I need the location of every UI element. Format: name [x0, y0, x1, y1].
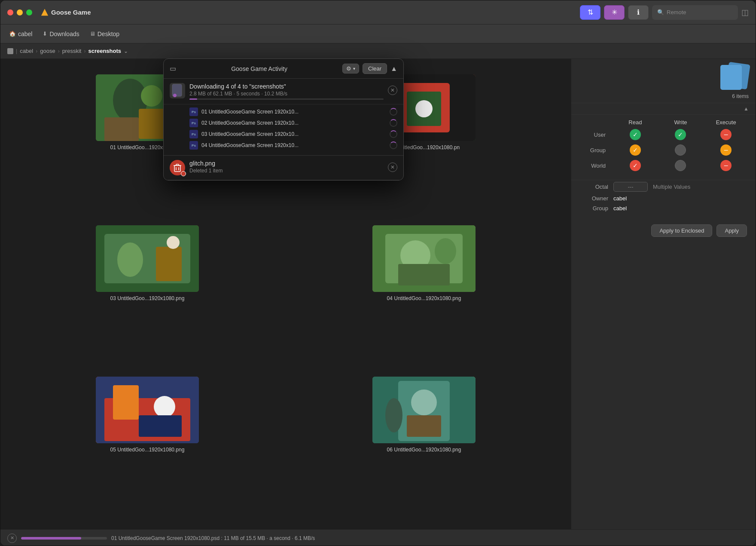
activity-item-body: Downloading 4 of 4 to "screenshots" 2.8 …	[189, 83, 384, 100]
sub-file-items: Ps 01 UntitledGooseGame Screen 1920x10..…	[164, 104, 403, 153]
minus-icon: –	[720, 160, 732, 171]
ps-file-icon: Ps	[189, 141, 198, 150]
sub-file-label-01: 01 UntitledGooseGame Screen 1920x10...	[201, 109, 386, 115]
download-file-icon	[170, 83, 185, 98]
minus-icon: –	[720, 129, 732, 140]
apply-row: Apply to Enclosed Apply	[571, 219, 756, 242]
app-title: Goose Game	[41, 9, 91, 16]
gear-icon: ⚙	[346, 65, 351, 72]
svg-point-22	[154, 396, 175, 417]
apply-to-enclosed-button[interactable]: Apply to Enclosed	[651, 224, 712, 237]
minimize-button[interactable]	[17, 9, 23, 15]
status-close-icon[interactable]: ✕	[7, 534, 17, 543]
breadcrumb-goose[interactable]: goose	[40, 48, 55, 54]
close-button[interactable]	[7, 9, 13, 15]
perm-group-label: Group	[578, 147, 613, 153]
breadcrumb-dropdown-icon[interactable]: ⌄	[124, 48, 128, 54]
gear-menu-button[interactable]: ⚙ ▾	[342, 64, 359, 74]
sync-button[interactable]: ⇅	[580, 5, 601, 20]
tab-desktop[interactable]: 🖥 Desktop	[90, 31, 119, 37]
svg-point-3	[141, 85, 162, 107]
download-sub: 2.8 MB of 62.1 MB · 5 seconds · 10.2 MB/…	[189, 91, 384, 97]
perm-user-execute[interactable]: –	[703, 129, 749, 140]
titlebar: Goose Game ⇅ ✳ ℹ 🔍 Remote ◫	[0, 0, 756, 25]
thumbnail-05	[96, 377, 199, 443]
group-label: Group	[578, 205, 608, 212]
list-item: Ps 03 UntitledGooseGame Screen 1920x10..…	[189, 129, 397, 140]
search-bar[interactable]: 🔍 Remote	[652, 5, 738, 20]
collapse-button[interactable]: ▲	[390, 65, 397, 73]
perm-world-label: World	[578, 163, 613, 169]
perm-read-header: Read	[613, 119, 658, 126]
list-item[interactable]: 03 UntitledGoo...1920x1080.png	[9, 218, 286, 369]
svg-point-28	[385, 398, 402, 433]
meta-section: Octal Multiple Values Owner cabel Group …	[571, 180, 756, 219]
octal-label: Octal	[578, 184, 608, 190]
disk-icon	[7, 48, 13, 54]
svg-rect-32	[174, 166, 180, 172]
zoom-button[interactable]	[26, 9, 32, 15]
sidebar-toggle-button[interactable]: ▭	[170, 64, 176, 73]
multiple-values-label: Multiple Values	[653, 184, 690, 190]
svg-point-8	[415, 100, 433, 117]
apply-button[interactable]: Apply	[716, 224, 747, 237]
inspector-toggle-icon[interactable]: ◫	[741, 8, 749, 17]
warning-icon	[41, 9, 49, 16]
perm-execute-header: Execute	[703, 119, 749, 126]
activity-button[interactable]: ✳	[604, 5, 625, 20]
progress-bar-fill	[189, 98, 197, 100]
check-icon: ✓	[630, 144, 641, 156]
list-item: Ps 04 UntitledGooseGame Screen 1920x10..…	[189, 140, 397, 151]
perm-group-read[interactable]: ✓	[613, 144, 658, 156]
download-title: Downloading 4 of 4 to "screenshots"	[189, 83, 384, 90]
list-item: Ps 02 UntitledGooseGame Screen 1920x10..…	[189, 117, 397, 129]
perm-world-read[interactable]: ✓	[613, 160, 658, 171]
progress-bar-container	[189, 98, 384, 100]
status-bar-text: 01 UntitledGooseGame Screen 1920x1080.ps…	[111, 535, 315, 541]
perm-user-read[interactable]: ✓	[613, 129, 658, 140]
ps-file-icon: Ps	[189, 107, 198, 116]
activity-item-deleted: glitch.png Deleted 1 item ✕	[164, 155, 403, 180]
deleted-title: glitch.png	[189, 160, 384, 167]
thumbnail-06	[372, 377, 476, 443]
sub-file-label-03: 03 UntitledGooseGame Screen 1920x10...	[201, 131, 386, 137]
inspector-panel: 6 items ▲ Read Write Execute User ✓	[571, 59, 756, 529]
svg-rect-21	[113, 385, 139, 420]
perm-group-write[interactable]	[658, 144, 704, 156]
activity-title: Goose Game Activity	[180, 65, 339, 72]
list-item[interactable]: 04 UntitledGoo...1920x1080.png	[286, 218, 562, 369]
perm-user-label: User	[578, 132, 613, 138]
spinner-04-icon	[390, 141, 397, 149]
inspector-header	[571, 59, 756, 93]
svg-rect-27	[407, 415, 441, 437]
clear-button[interactable]: Clear	[363, 63, 387, 74]
gear-dropdown-icon: ▾	[353, 66, 355, 71]
cancel-download-button[interactable]: ✕	[388, 86, 397, 95]
tab-cabel[interactable]: 🏠 cabel	[9, 31, 32, 37]
collapse-permissions-icon[interactable]: ▲	[744, 106, 749, 112]
perm-user-write[interactable]: ✓	[658, 129, 704, 140]
file-label-05: 05 UntitledGoo...1920x1080.png	[110, 447, 185, 453]
breadcrumb-presskit[interactable]: presskit	[62, 48, 82, 54]
owner-value: cabel	[613, 195, 627, 202]
perm-group-execute[interactable]: –	[703, 144, 749, 156]
list-item[interactable]: 06 UntitledGoo...1920x1080.png	[286, 370, 562, 521]
file-label-03: 03 UntitledGoo...1920x1080.png	[110, 295, 185, 301]
perm-row-user: User ✓ ✓ –	[578, 129, 749, 140]
breadcrumb-screenshots[interactable]: screenshots	[88, 48, 121, 54]
breadcrumb-cabel[interactable]: cabel	[20, 48, 33, 54]
svg-rect-23	[139, 415, 182, 437]
finder-tabs: 🏠 cabel ⬇ Downloads 🖥 Desktop	[0, 25, 756, 43]
sub-file-label-02: 02 UntitledGooseGame Screen 1920x10...	[201, 120, 386, 126]
perm-world-execute[interactable]: –	[703, 160, 749, 171]
cancel-delete-button[interactable]: ✕	[388, 163, 397, 172]
file-stack-icon	[719, 63, 749, 89]
thumbnail-03	[96, 225, 199, 292]
info-button[interactable]: ℹ	[628, 5, 649, 20]
octal-input[interactable]	[613, 182, 648, 192]
status-progress-bar	[21, 537, 107, 540]
home-icon: 🏠	[9, 31, 16, 37]
list-item[interactable]: 05 UntitledGoo...1920x1080.png	[9, 370, 286, 521]
tab-downloads[interactable]: ⬇ Downloads	[43, 31, 79, 37]
perm-world-write[interactable]	[658, 160, 704, 171]
